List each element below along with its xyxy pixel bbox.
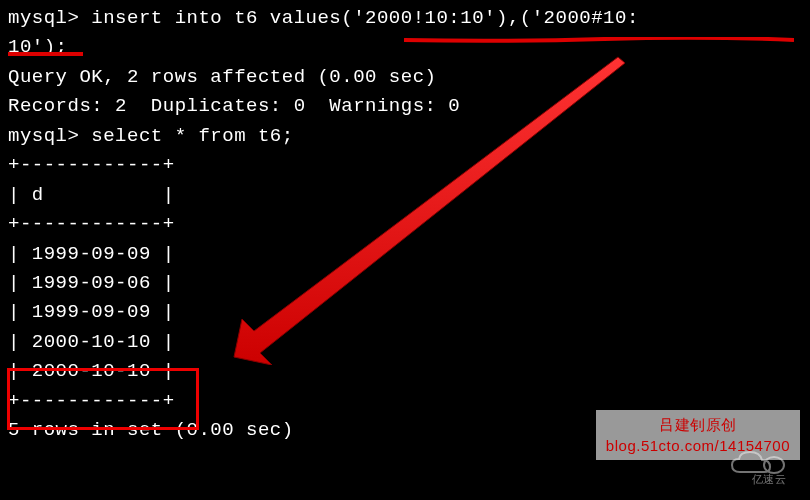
table-border-top: +------------+ [8, 151, 802, 180]
records-line: Records: 2 Duplicates: 0 Warnings: 0 [8, 92, 802, 121]
terminal-output: mysql> insert into t6 values('2000!10:10… [8, 4, 802, 446]
table-row: | 2000-10-10 | [8, 357, 802, 386]
table-row: | 1999-09-09 | [8, 298, 802, 327]
table-border-mid: +------------+ [8, 210, 802, 239]
cloud-brand-text: 亿速云 [752, 471, 787, 488]
insert-statement-line2: 10'); [8, 33, 802, 62]
watermark-blog-url: blog.51cto.com/14154700 [606, 435, 790, 456]
query-ok-line: Query OK, 2 rows affected (0.00 sec) [8, 63, 802, 92]
table-row: | 1999-09-06 | [8, 269, 802, 298]
table-row: | 2000-10-10 | [8, 328, 802, 357]
watermark-attribution: 吕建钊原创 blog.51cto.com/14154700 [596, 410, 800, 460]
insert-statement-line1: mysql> insert into t6 values('2000!10:10… [8, 4, 802, 33]
select-statement: mysql> select * from t6; [8, 122, 802, 151]
watermark-author: 吕建钊原创 [606, 414, 790, 435]
table-header: | d | [8, 181, 802, 210]
table-row: | 1999-09-09 | [8, 240, 802, 269]
